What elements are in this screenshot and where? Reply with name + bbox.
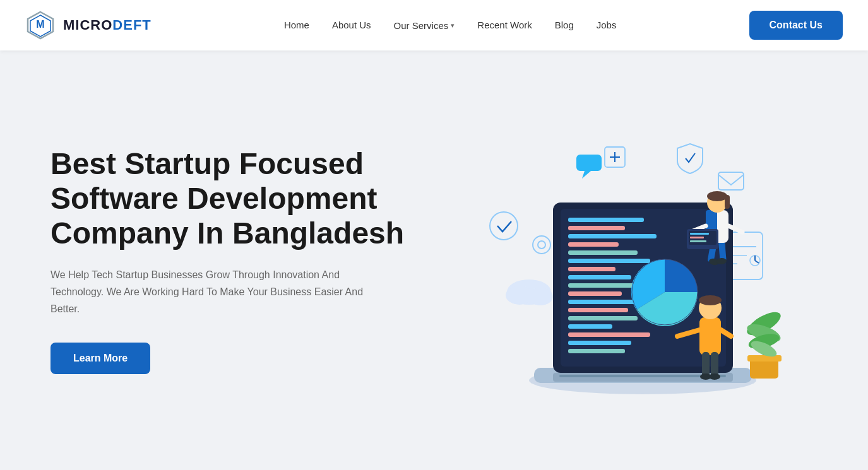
svg-rect-39 xyxy=(568,324,612,329)
nav-item-about[interactable]: About Us xyxy=(332,20,371,31)
logo-icon: M xyxy=(25,10,56,40)
contact-button[interactable]: Contact Us xyxy=(749,11,843,40)
svg-point-62 xyxy=(709,373,720,380)
svg-rect-33 xyxy=(568,275,631,279)
svg-line-19 xyxy=(755,261,759,263)
svg-rect-79 xyxy=(576,155,602,171)
learn-more-button[interactable]: Learn More xyxy=(51,343,150,374)
hero-content: Best Startup Focused Software Developmen… xyxy=(51,146,429,374)
svg-rect-29 xyxy=(568,242,619,247)
navbar: M MICRODEFT Home About Us Our Services ▾… xyxy=(0,0,868,50)
svg-rect-78 xyxy=(690,240,706,242)
svg-rect-28 xyxy=(568,234,657,238)
nav-links: Home About Us Our Services ▾ Recent Work… xyxy=(284,20,617,31)
nav-item-blog[interactable]: Blog xyxy=(555,20,574,31)
hero-illustration xyxy=(429,103,817,418)
svg-rect-35 xyxy=(568,291,622,296)
svg-rect-27 xyxy=(568,226,625,230)
svg-point-12 xyxy=(528,288,553,305)
svg-marker-80 xyxy=(582,171,591,179)
svg-rect-76 xyxy=(690,233,709,235)
svg-point-5 xyxy=(538,241,545,249)
svg-rect-30 xyxy=(568,250,638,255)
svg-rect-71 xyxy=(725,195,730,209)
hero-svg-illustration xyxy=(447,109,800,412)
svg-rect-48 xyxy=(747,355,782,361)
hero-title: Best Startup Focused Software Developmen… xyxy=(51,146,429,251)
nav-item-jobs[interactable]: Jobs xyxy=(597,20,617,31)
brand-name: MICRODEFT xyxy=(63,17,152,33)
svg-rect-77 xyxy=(690,237,704,238)
svg-rect-26 xyxy=(568,218,644,222)
svg-rect-37 xyxy=(568,308,628,312)
nav-item-recent-work[interactable]: Recent Work xyxy=(477,20,532,31)
svg-rect-32 xyxy=(568,267,615,271)
svg-rect-41 xyxy=(568,341,631,345)
svg-rect-31 xyxy=(568,259,650,263)
svg-point-3 xyxy=(490,212,518,240)
chevron-down-icon: ▾ xyxy=(451,21,455,30)
svg-point-56 xyxy=(699,295,722,305)
svg-rect-42 xyxy=(568,349,625,353)
hero-section: Best Startup Focused Software Developmen… xyxy=(0,50,868,470)
svg-point-70 xyxy=(707,191,727,201)
svg-text:M: M xyxy=(36,19,44,30)
svg-rect-9 xyxy=(718,172,744,190)
svg-point-4 xyxy=(533,236,550,254)
brand-logo[interactable]: M MICRODEFT xyxy=(25,10,152,40)
svg-rect-38 xyxy=(568,316,638,320)
svg-rect-54 xyxy=(699,317,721,355)
svg-rect-40 xyxy=(568,332,650,337)
nav-item-home[interactable]: Home xyxy=(284,20,309,31)
nav-item-services[interactable]: Our Services ▾ xyxy=(394,20,455,31)
hero-subtitle: We Help Tech Startup Businesses Grow Thr… xyxy=(51,266,385,318)
